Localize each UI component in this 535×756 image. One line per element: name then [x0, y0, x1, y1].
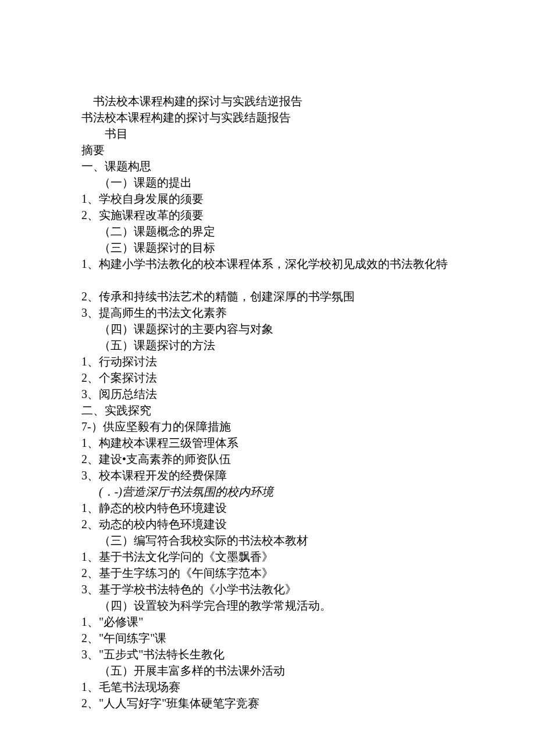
- outline-item: 1、构建校本课程三级管理体系: [81, 435, 454, 451]
- outline-item: 3、"五步式"书法特长生教化: [81, 646, 454, 662]
- outline-item: 2、传承和持续书法艺术的精髓，创建深厚的书学氛围: [81, 288, 454, 304]
- outline-item: （三）编写符合我校实际的书法校本教材: [81, 532, 454, 549]
- outline-item: 1、学校自身发展的须要: [81, 191, 454, 207]
- outline-item: （四）设置较为科学完合理的教学常规活动。: [81, 597, 454, 614]
- document-title: 书法校本课程构建的探讨与实践结逆报告: [81, 93, 454, 109]
- outline-item: 2、个案探讨法: [81, 370, 454, 386]
- outline-item: 2、动态的校内特色环境建设: [81, 516, 454, 532]
- outline-item: 3、校本课程开发的经费保障: [81, 467, 454, 483]
- outline-item: （二）课题概念的界定: [81, 223, 454, 239]
- outline-item: 摘要: [81, 142, 454, 158]
- outline-item: 3、阅历总结法: [81, 386, 454, 402]
- outline-item: 1、静态的校内特色环境建设: [81, 500, 454, 516]
- outline-item: 2、实施课程改革的须要: [81, 207, 454, 223]
- outline-item: 1、"必修课": [81, 614, 454, 630]
- outline-item: 3、基于学校书法特色的《小学书法教化》: [81, 581, 454, 597]
- outline-item: 2、"午间练字"课: [81, 630, 454, 646]
- outline-item: （四）课题探讨的主要内容与对象: [81, 321, 454, 337]
- outline-item: （五）开展丰富多样的书法课外活动: [81, 662, 454, 679]
- outline-item: 二、实践探究: [81, 402, 454, 418]
- outline-item: 1、行动探讨法: [81, 353, 454, 370]
- outline-item: (．-)营造深厅书法氛围的校内环境: [81, 483, 454, 500]
- outline-item: 2、建设•支高素养的师资队伍: [81, 451, 454, 467]
- outline-item: 一、课题构思: [81, 158, 454, 174]
- outline-item: （三）课题探讨的目标: [81, 239, 454, 256]
- outline-item: （五）课题探讨的方法: [81, 337, 454, 353]
- outline-item: 2、基于生字练习的《午间练字范本》: [81, 565, 454, 581]
- outline-list: 摘要一、课题构思（一）课题的提出1、学校自身发展的须要2、实施课程改革的须要（二…: [81, 142, 454, 711]
- document-page: 书法校本课程构建的探讨与实践结逆报告 书法校本课程构建的探讨与实践结题报告 书目…: [0, 0, 535, 756]
- outline-item: （一）课题的提出: [81, 174, 454, 191]
- outline-item: 3、提高师生的书法文化素养: [81, 304, 454, 321]
- outline-item: 2、"人人写好字"班集体硬笔字竞赛: [81, 695, 454, 711]
- document-subtitle: 书法校本课程构建的探讨与实践结题报告: [81, 109, 454, 126]
- outline-item: 1、毛笔书法现场赛: [81, 679, 454, 695]
- outline-item: 7-）供应坚毅有力的保障措施: [81, 418, 454, 435]
- outline-item: [81, 272, 454, 288]
- outline-item: 1、构建小学书法教化的校本课程体系，深化学校初见成效的书法教化特: [81, 256, 454, 272]
- outline-item: 1、基于书法文化学问的《文墨飘香》: [81, 549, 454, 565]
- table-of-contents-label: 书目: [81, 126, 454, 142]
